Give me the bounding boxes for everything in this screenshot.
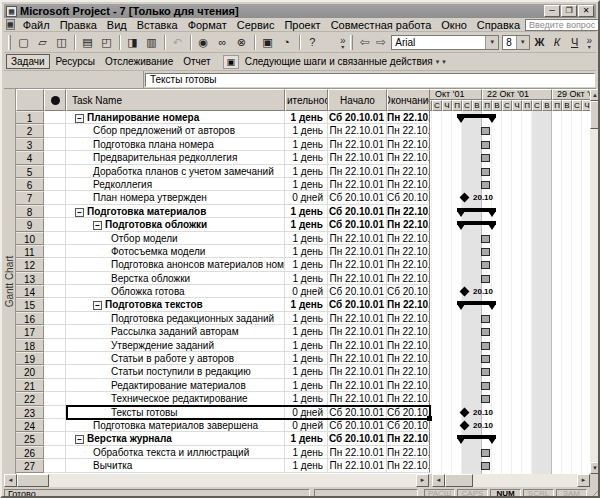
finish-cell[interactable]: Пн 22.10.01 — [387, 298, 430, 311]
task-name-cell[interactable]: Доработка планов с учетом замечаний — [66, 165, 285, 178]
table-row[interactable]: 11Фотосъемка модели1 деньПн 22.10.01Пн 2… — [16, 245, 590, 258]
start-cell[interactable]: Сб 20.10.01 — [328, 205, 387, 218]
task-name-cell[interactable]: Фотосъемка модели — [66, 245, 285, 258]
finish-cell[interactable]: Пн 22.10.01 — [387, 232, 430, 245]
finish-cell[interactable]: Пн 22.10.01 — [387, 218, 430, 231]
table-row[interactable]: 7План номера утвержден0 днейСб 20.10.01С… — [16, 191, 590, 204]
day-header-cell[interactable]: П — [522, 100, 532, 111]
task-name-cell[interactable]: Редколлегия — [66, 178, 285, 191]
header-finish[interactable]: Окончание — [387, 89, 430, 111]
row-id-cell[interactable]: 25 — [16, 432, 44, 445]
row-id-cell[interactable]: 6 — [16, 178, 44, 191]
gantt-task-bar[interactable] — [481, 181, 490, 189]
toolbar-overflow-chevron[interactable]: »▾ — [336, 36, 350, 49]
gantt-task-bar[interactable] — [481, 449, 490, 457]
finish-cell[interactable]: Сб 20.10.01 — [387, 419, 430, 432]
task-name-cell[interactable]: Отбор модели — [66, 232, 285, 245]
save-button[interactable]: ◫ — [52, 33, 71, 51]
row-id-cell[interactable]: 20 — [16, 365, 44, 378]
task-name-cell[interactable]: Подготовка материалов завершена — [66, 419, 285, 432]
day-header-cell[interactable]: П — [552, 100, 562, 111]
copy-button[interactable]: ◨ — [123, 33, 142, 51]
finish-cell[interactable]: Пн 22.10.01 — [387, 312, 430, 325]
day-header-cell[interactable]: В — [472, 100, 482, 111]
duration-cell[interactable]: 1 день — [285, 446, 328, 459]
task-name-cell[interactable]: Тексты готовы — [66, 406, 285, 419]
header-task-name[interactable]: Task Name — [66, 89, 285, 111]
start-cell[interactable]: Пн 22.10.01 — [328, 446, 387, 459]
day-header-cell[interactable]: В — [492, 100, 502, 111]
day-header-cell[interactable]: Ч — [512, 100, 522, 111]
table-row[interactable]: 17Рассылка заданий авторам1 деньПн 22.10… — [16, 325, 590, 338]
duration-cell[interactable]: 1 день — [285, 392, 328, 405]
finish-cell[interactable]: Пн 22.10.01 — [387, 365, 430, 378]
start-cell[interactable]: Пн 22.10.01 — [328, 325, 387, 338]
gantt-chart-wizard-button[interactable]: ◔ — [277, 33, 296, 51]
start-cell[interactable]: Пн 22.10.01 — [328, 245, 387, 258]
task-name-cell[interactable]: Редактирование материалов — [66, 379, 285, 392]
start-cell[interactable]: Сб 20.10.01 — [328, 285, 387, 298]
vertical-scrollbar[interactable]: ▲ ▼ — [590, 89, 600, 474]
finish-cell[interactable]: Пн 22.10.01 — [387, 272, 430, 285]
start-cell[interactable]: Пн 22.10.01 — [328, 151, 387, 164]
format-overflow-chevron[interactable]: »▾ — [582, 36, 596, 49]
gantt-milestone[interactable] — [460, 287, 470, 297]
duration-cell[interactable]: 1 день — [285, 111, 328, 124]
row-id-cell[interactable]: 18 — [16, 339, 44, 352]
paste-button[interactable]: ▥ — [142, 33, 161, 51]
bold-button[interactable]: Ж — [532, 34, 548, 51]
guide-toolbar-icon[interactable]: ▣ — [223, 55, 239, 69]
menu-item-Справка[interactable]: Справка — [472, 19, 525, 31]
start-cell[interactable]: Пн 22.10.01 — [328, 459, 387, 472]
duration-cell[interactable]: 1 день — [285, 312, 328, 325]
hyperlink-button[interactable]: ◉ — [194, 33, 213, 51]
row-id-cell[interactable]: 9 — [16, 218, 44, 231]
gantt-summary-bar[interactable] — [457, 114, 496, 124]
gantt-task-bar[interactable] — [481, 261, 490, 269]
table-row[interactable]: 5Доработка планов с учетом замечаний1 де… — [16, 165, 590, 178]
start-cell[interactable]: Пн 22.10.01 — [328, 352, 387, 365]
start-cell[interactable]: Пн 22.10.01 — [328, 165, 387, 178]
finish-cell[interactable]: Пн 22.10.01 — [387, 151, 430, 164]
gantt-summary-bar[interactable] — [457, 208, 496, 218]
start-cell[interactable]: Сб 20.10.01 — [328, 432, 387, 445]
gantt-task-bar[interactable] — [481, 342, 490, 350]
gantt-task-bar[interactable] — [481, 328, 490, 336]
start-cell[interactable]: Пн 22.10.01 — [328, 339, 387, 352]
duration-cell[interactable]: 0 дней — [285, 419, 328, 432]
day-header-cell[interactable]: С — [572, 100, 582, 111]
menu-item-Вставка[interactable]: Вставка — [132, 19, 183, 31]
day-header-cell[interactable]: С — [462, 100, 472, 111]
day-header-cell[interactable]: Ч — [582, 100, 590, 111]
duration-cell[interactable]: 1 день — [285, 379, 328, 392]
row-id-cell[interactable]: 17 — [16, 325, 44, 338]
duration-cell[interactable]: 1 день — [285, 272, 328, 285]
minimize-button[interactable]: ─ — [544, 5, 560, 17]
question-input[interactable]: Введите вопрос ▾ — [525, 19, 600, 31]
row-id-cell[interactable]: 16 — [16, 312, 44, 325]
scroll-down-icon[interactable]: ▼ — [590, 462, 600, 474]
gantt-summary-bar[interactable] — [457, 435, 496, 445]
day-header-cell[interactable]: С — [532, 100, 542, 111]
table-row[interactable]: 4Предварительная редколлегия1 деньПн 22.… — [16, 151, 590, 164]
start-cell[interactable]: Сб 20.10.01 — [328, 111, 387, 124]
header-start[interactable]: Начало — [328, 89, 387, 111]
table-row[interactable]: 6Редколлегия1 деньПн 22.10.01Пн 22.10.01 — [16, 178, 590, 191]
finish-cell[interactable]: Пн 22.10.01 — [387, 258, 430, 271]
maximize-button[interactable]: ❐ — [561, 5, 577, 17]
duration-cell[interactable]: 1 день — [285, 218, 328, 231]
next-steps-menu[interactable]: Следующие шаги и связанные действия — [245, 56, 433, 67]
day-header-cell[interactable]: Ч — [442, 100, 452, 111]
duration-cell[interactable]: 1 день — [285, 432, 328, 445]
table-row[interactable]: 3Подготовка плана номера1 деньПн 22.10.0… — [16, 138, 590, 151]
duration-cell[interactable]: 1 день — [285, 165, 328, 178]
row-id-cell[interactable]: 27 — [16, 459, 44, 472]
table-scroll-left-icon[interactable]: ◄ — [4, 474, 17, 487]
task-name-cell[interactable]: −Подготовка материалов — [66, 205, 285, 218]
gantt-summary-bar[interactable] — [457, 301, 496, 311]
gantt-task-bar[interactable] — [481, 235, 490, 243]
timeline-month-cell[interactable]: 22 Окт '01 — [482, 89, 552, 100]
start-cell[interactable]: Сб 20.10.01 — [328, 419, 387, 432]
start-cell[interactable]: Пн 22.10.01 — [328, 379, 387, 392]
finish-cell[interactable]: Пн 22.10.01 — [387, 138, 430, 151]
